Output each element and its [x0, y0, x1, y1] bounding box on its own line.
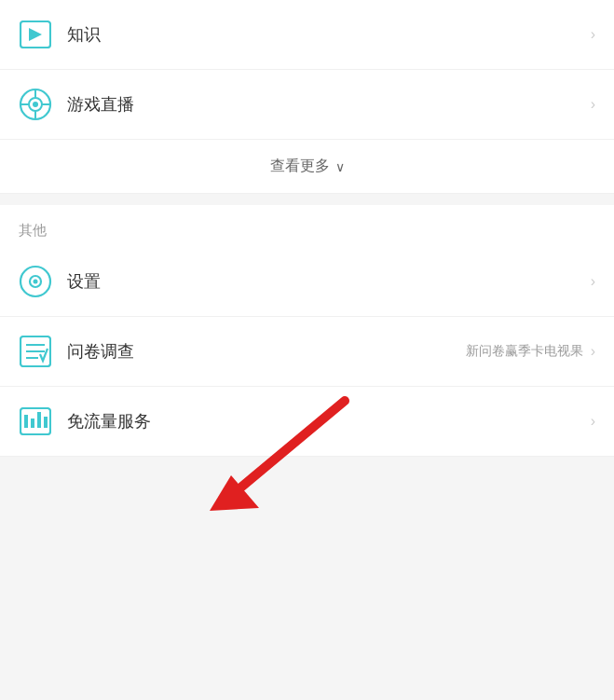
survey-badge: 新问卷赢季卡电视果 — [466, 343, 583, 360]
svg-rect-19 — [37, 412, 41, 428]
section-header-other: 其他 — [0, 205, 614, 247]
game-icon — [19, 88, 52, 121]
settings-label: 设置 — [67, 270, 591, 293]
svg-point-4 — [33, 102, 38, 107]
app-container: 知识 › 游戏直播 › 查看更多 ∨ — [0, 0, 614, 457]
see-more-row[interactable]: 查看更多 ∨ — [0, 140, 614, 194]
survey-chevron: › — [591, 343, 595, 360]
free-flow-chevron: › — [591, 413, 595, 430]
other-section: 其他 设置 › — [0, 205, 614, 457]
menu-item-survey[interactable]: 问卷调查 新问卷赢季卡电视果 › — [0, 317, 614, 387]
game-live-label: 游戏直播 — [67, 93, 591, 116]
svg-point-11 — [34, 280, 38, 284]
svg-marker-1 — [29, 28, 42, 41]
settings-chevron: › — [591, 273, 595, 290]
top-menu-section: 知识 › 游戏直播 › — [0, 0, 614, 140]
free-flow-icon — [19, 405, 52, 438]
game-chevron: › — [591, 96, 595, 113]
menu-item-knowledge[interactable]: 知识 › — [0, 0, 614, 70]
survey-label: 问卷调查 — [67, 340, 466, 363]
svg-rect-20 — [44, 417, 48, 428]
see-more-chevron-icon: ∨ — [335, 159, 345, 174]
settings-icon — [19, 265, 52, 298]
menu-item-free-flow[interactable]: 免流量服务 › — [0, 387, 614, 457]
see-more-text: 查看更多 — [270, 157, 330, 176]
knowledge-chevron: › — [591, 26, 595, 43]
svg-rect-18 — [31, 419, 34, 428]
menu-item-game-live[interactable]: 游戏直播 › — [0, 70, 614, 140]
menu-item-settings[interactable]: 设置 › — [0, 247, 614, 317]
free-flow-label: 免流量服务 — [67, 410, 591, 432]
svg-rect-17 — [24, 415, 28, 428]
section-title-other: 其他 — [19, 222, 47, 238]
survey-icon — [19, 335, 52, 368]
knowledge-label: 知识 — [67, 23, 591, 46]
svg-marker-22 — [210, 475, 259, 511]
section-divider — [0, 194, 614, 205]
knowledge-icon — [19, 18, 52, 51]
